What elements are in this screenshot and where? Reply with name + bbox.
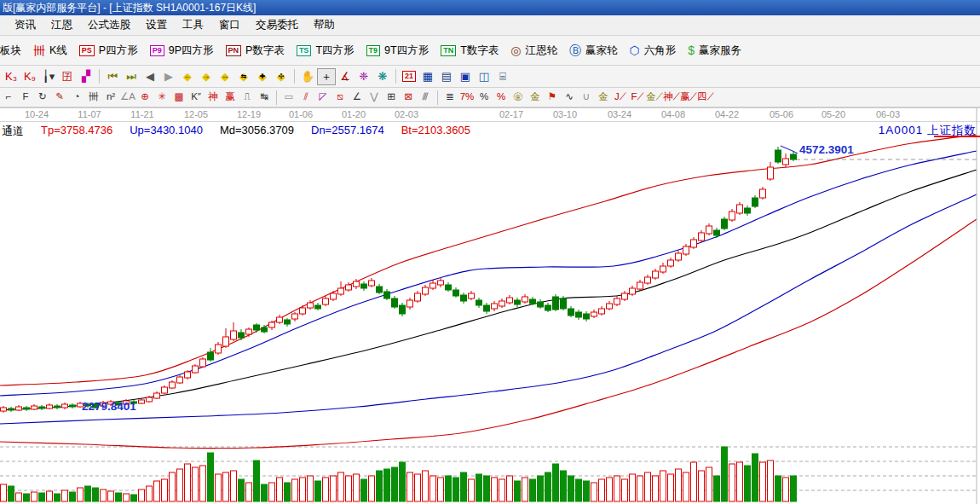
calendar-icon[interactable]: 21 (400, 68, 418, 85)
speed-circle-icon[interactable]: ◔ (68, 90, 85, 105)
menu-item-5[interactable]: 窗口 (211, 16, 248, 34)
kline-3-icon[interactable]: K₃ (2, 68, 20, 85)
toolbar-button-hexagon[interactable]: ⬡六角形 (624, 36, 683, 65)
f-ladder-icon[interactable]: F (17, 90, 34, 105)
measure-cup-icon[interactable]: ∪ (578, 90, 595, 105)
ruler-123-icon[interactable]: ⎍ (239, 90, 256, 105)
toolbar-button-p-digit-table[interactable]: PNP数字表 (220, 36, 291, 65)
si-angle-icon[interactable]: 四⟋ (697, 90, 714, 105)
candle-body (599, 309, 605, 314)
compass-cross-icon-glyph: ⊕ (141, 92, 149, 102)
toolbar-button-t-digit-table[interactable]: TNT数字表 (435, 36, 504, 65)
angle-a-icon[interactable]: ∠A (119, 90, 136, 105)
diamond-all-icon[interactable]: ◆✣ (272, 68, 291, 85)
toolbar-button-9p-square[interactable]: P99P四方形 (144, 36, 220, 65)
candle-body (185, 372, 191, 378)
ying-angle-icon[interactable]: 赢⟋ (680, 90, 697, 105)
gold-lines-icon[interactable]: 金 (527, 90, 544, 105)
menu-item-2[interactable]: 公式选股 (80, 16, 138, 34)
menu-item-7[interactable]: 帮助 (306, 16, 343, 34)
diamond-shrink-icon[interactable]: ◆⇆ (234, 68, 253, 85)
candle-flag-icon[interactable]: ⚑ (544, 90, 561, 105)
parallel-lines-icon[interactable]: ⫻ (417, 90, 434, 105)
select-box-icon[interactable]: ▭ (280, 90, 297, 105)
compass-cross-icon[interactable]: ⊕ (136, 90, 153, 105)
wave-icon[interactable]: ∿ (561, 90, 578, 105)
percent-icon[interactable]: % (476, 90, 493, 105)
volume-bar (584, 481, 590, 501)
gold-underline-icon[interactable]: 金 (595, 90, 612, 105)
first-bar-icon[interactable]: ⏮ (103, 68, 122, 85)
candle-body (630, 288, 636, 294)
boxed-web-icon[interactable]: ▩ (170, 90, 187, 105)
workstation-icon[interactable]: ⌸ (493, 68, 512, 85)
ying-ticks-icon[interactable]: 赢 (222, 90, 239, 105)
spiral-icon[interactable]: ↻ (34, 90, 51, 105)
prev-bar-icon[interactable]: ◀ (141, 68, 159, 85)
k-prime-icon[interactable]: K″ (187, 90, 205, 105)
n-square-icon[interactable]: n² (102, 90, 119, 105)
chart-export-icon[interactable]: ◫ (475, 68, 493, 85)
notes-icon[interactable]: ▤ (437, 68, 456, 85)
gann-fan-icon[interactable]: ⫽ (297, 90, 314, 105)
span-arrows-icon[interactable]: ↹ (256, 90, 273, 105)
chart-canvas[interactable] (0, 107, 980, 504)
shen-ticks-icon[interactable]: 神 (205, 90, 222, 105)
gann-box-icon[interactable]: 囝 (58, 68, 77, 85)
diamond-center-icon[interactable]: ◆✚ (253, 68, 272, 85)
f-angle-icon[interactable]: F⟋ (629, 90, 646, 105)
menu-item-1[interactable]: 江恩 (43, 16, 80, 34)
volume-bar (78, 488, 84, 501)
tick-comb-icon[interactable]: 卌 (85, 90, 102, 105)
shape-tool-icon[interactable]: ❈ (355, 68, 373, 85)
toolbar-button-winner-wheel[interactable]: Ⓑ赢家轮 (563, 36, 624, 65)
candle-body (216, 345, 222, 353)
color-histogram-icon[interactable]: ▞ (77, 68, 95, 85)
volume-bar (775, 476, 781, 501)
menu-item-0[interactable]: 资讯 (7, 16, 43, 34)
boxed-fan-icon[interactable]: ◸ (314, 90, 331, 105)
diamond-expand-icon[interactable]: ◆↔ (216, 68, 234, 85)
candle-style-dropdown[interactable]: ╽▾ (39, 68, 58, 85)
percent-7-icon[interactable]: 7% (458, 90, 476, 105)
fib-partial-icon[interactable]: ⌐ (0, 90, 17, 105)
j-angle-icon[interactable]: J⟋ (612, 90, 629, 105)
toolbar-modules: 板块卌K线PSP四方形P99P四方形PNP数字表TST四方形T99T四方形TNT… (0, 36, 980, 66)
hand-tool-icon[interactable]: ✋ (298, 68, 317, 85)
last-bar-icon[interactable]: ⏭ (122, 68, 141, 85)
volume-bar (262, 484, 268, 501)
crosshair-tool-icon[interactable]: ＋ (317, 68, 336, 85)
gold-angle-icon[interactable]: 金⟋ (646, 90, 663, 105)
diamond-right-icon[interactable]: ◆→ (197, 68, 216, 85)
diamond-left-icon[interactable]: ◆← (178, 68, 197, 85)
menu-item-6[interactable]: 交易委托 (248, 16, 306, 34)
toolbar-button-p-square[interactable]: PSP四方形 (73, 36, 144, 65)
menu-bar: 资讯江恩公式选股设置工具窗口交易委托帮助 (0, 15, 980, 36)
menu-item-4[interactable]: 工具 (175, 16, 211, 34)
save-icon[interactable]: ▣ (456, 68, 475, 85)
toolbar-button-t-square[interactable]: TST四方形 (291, 36, 360, 65)
kline-9-icon[interactable]: K₉ (20, 68, 39, 85)
marker-pen-icon[interactable]: ✎ (51, 90, 68, 105)
toolbar-button-9t-square[interactable]: T99T四方形 (360, 36, 435, 65)
trend-angle-icon[interactable]: ∠ (349, 90, 366, 105)
grid-dots-icon[interactable]: ⊞ (383, 90, 400, 105)
toolbar-button-gann-wheel[interactable]: ◎江恩轮 (504, 36, 563, 65)
toolbar-button-sector[interactable]: 板块 (0, 36, 27, 65)
network-tool-icon[interactable]: ❋ (373, 68, 392, 85)
angle-tool-icon[interactable]: ∡ (336, 68, 355, 85)
percent-line-icon[interactable]: % (493, 90, 510, 105)
gold-circle-icon[interactable]: ㊎ (510, 90, 527, 105)
radial-web-icon[interactable]: ✳ (153, 90, 170, 105)
stats-table-icon[interactable]: ≣ (441, 90, 458, 105)
volume-bar (576, 479, 582, 501)
toolbar-button-kline[interactable]: 卌K线 (27, 36, 73, 65)
shen-angle-icon[interactable]: 神⟋ (663, 90, 680, 105)
toolbar-button-winner-service[interactable]: $赢家服务 (682, 36, 747, 65)
calculator-icon[interactable]: ▦ (418, 68, 437, 85)
next-bar-icon[interactable]: ▶ (159, 68, 178, 85)
grid-l-icon[interactable]: ⊠ (400, 90, 417, 105)
box-diagonal-icon[interactable]: ⧅ (331, 90, 349, 105)
v-line-icon[interactable]: ⋁ (366, 90, 383, 105)
menu-item-3[interactable]: 设置 (138, 16, 175, 34)
